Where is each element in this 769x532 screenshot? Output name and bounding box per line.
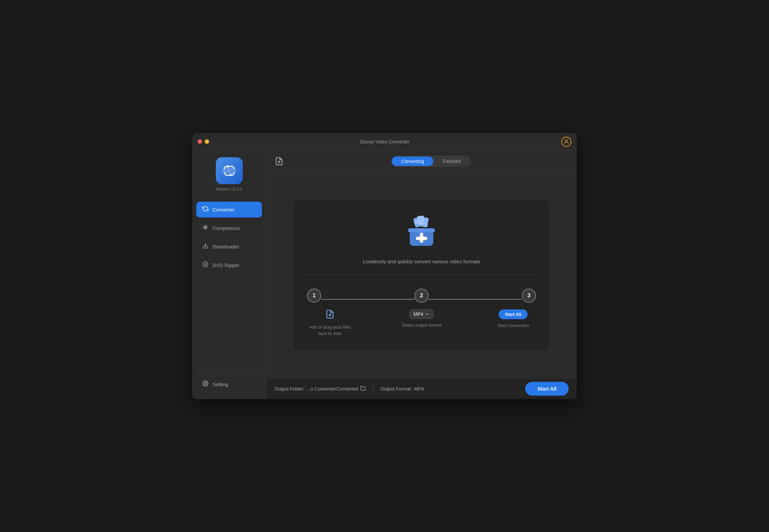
footer-separator: | [372, 386, 374, 392]
steps-row: 1 2 3 [307, 289, 536, 303]
tab-group: Converting Finished [391, 156, 471, 167]
svg-rect-19 [417, 216, 425, 225]
svg-rect-14 [408, 228, 435, 232]
dvd-ripper-label: DVD Ripper [212, 262, 239, 268]
sidebar-item-setting[interactable]: Setting [196, 376, 262, 392]
svg-point-2 [228, 167, 236, 174]
connector-2-3 [429, 299, 522, 300]
app-logo: Version 10.0.0 [196, 157, 262, 192]
drop-icon-container [403, 213, 440, 252]
compressor-icon [202, 224, 209, 232]
output-folder-value: ...o Converter/Converted [307, 386, 358, 392]
svg-point-10 [205, 383, 206, 385]
output-folder-label: Output Folder: [274, 386, 305, 392]
nav-items: Converter Compressor [196, 202, 262, 371]
dvd-ripper-icon [202, 261, 209, 269]
svg-point-8 [203, 262, 208, 267]
folder-icon[interactable] [360, 386, 366, 392]
output-folder-info: Output Folder: ...o Converter/Converted [274, 386, 366, 392]
step-3-number: 3 [522, 289, 536, 303]
compressor-label: Compressor [212, 225, 240, 231]
drop-icon [403, 213, 440, 251]
setting-icon [202, 380, 209, 388]
user-icon[interactable] [561, 137, 571, 147]
window-controls [198, 139, 209, 144]
step-1-icon [325, 309, 335, 321]
step-2-label: Select output format [402, 322, 441, 328]
sidebar-bottom: Setting [196, 371, 262, 392]
sidebar-item-dvd-ripper[interactable]: DVD Ripper [196, 257, 262, 273]
output-format-value: MP4 [414, 386, 424, 392]
connector-1-2 [321, 299, 414, 300]
minimize-dot[interactable] [205, 139, 209, 144]
sidebar-item-downloader[interactable]: Downloader [196, 239, 262, 255]
format-select[interactable]: MP4 [409, 309, 434, 319]
window-title: Siovue Video Converter [360, 139, 409, 144]
main-layout: Version 10.0.0 Converter [192, 151, 577, 399]
downloader-label: Downloader [212, 244, 239, 250]
divider [307, 274, 536, 275]
step-3-label: Start conversion [497, 323, 529, 329]
svg-rect-16 [416, 237, 427, 240]
drop-description: Losslessly and quickly convert various v… [363, 259, 480, 264]
step-1-number: 1 [307, 289, 321, 303]
start-all-button-large[interactable]: Start All [525, 382, 569, 396]
start-all-button-small[interactable]: Start All [499, 309, 527, 319]
step-2: MP4 Select output format [399, 309, 444, 328]
sidebar-item-compressor[interactable]: Compressor [196, 220, 262, 236]
setting-label: Setting [212, 381, 228, 387]
version-text: Version 10.0.0 [216, 187, 242, 192]
footer: Output Folder: ...o Converter/Converted … [266, 378, 577, 399]
sidebar-item-converter[interactable]: Converter [196, 202, 262, 218]
topbar: Converting Finished [266, 151, 577, 172]
close-dot[interactable] [198, 139, 202, 144]
step-1: Add or drag your fileshere to start [307, 309, 353, 336]
output-format-info: Output Format: MP4 [380, 386, 424, 392]
tab-finished[interactable]: Finished [433, 157, 470, 166]
app-window: Siovue Video Converter Version 10.0.0 [192, 133, 577, 399]
drop-zone[interactable]: Losslessly and quickly convert various v… [294, 200, 549, 350]
svg-point-9 [205, 264, 206, 265]
format-value: MP4 [414, 311, 424, 317]
step-3: Start All Start conversion [490, 309, 536, 329]
steps-icons-row: Add or drag your fileshere to start MP4 [307, 309, 536, 336]
content-area: Converting Finished [266, 151, 577, 399]
main-content: Losslessly and quickly convert various v… [266, 172, 577, 378]
svg-point-0 [565, 140, 567, 142]
add-file-button[interactable] [273, 155, 285, 167]
step-2-number: 2 [414, 289, 429, 303]
converter-label: Converter [212, 207, 235, 212]
step-1-label: Add or drag your fileshere to start [309, 324, 351, 336]
downloader-icon [202, 243, 209, 251]
converter-icon [202, 206, 209, 213]
titlebar: Siovue Video Converter [192, 133, 577, 151]
logo-icon [216, 157, 243, 184]
tab-converting[interactable]: Converting [392, 157, 434, 166]
sidebar: Version 10.0.0 Converter [192, 151, 266, 399]
output-format-label: Output Format: [380, 386, 412, 392]
